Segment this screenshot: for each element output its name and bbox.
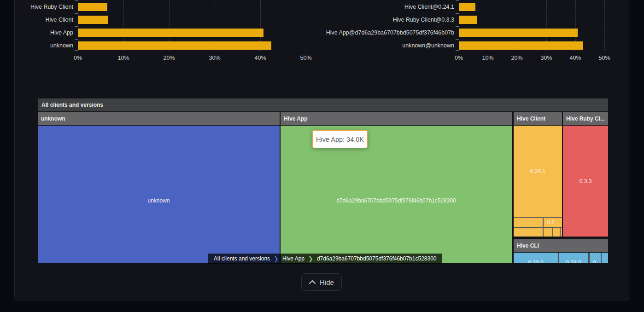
axis-tick [75, 13, 78, 14]
bar-unknown[interactable] [78, 41, 271, 50]
category-label: unknown [15, 42, 73, 49]
treemap-cell-hive-cli-0230a[interactable]: 0.23.0 [514, 253, 558, 263]
bar-unknown-unknown[interactable] [459, 41, 583, 50]
treemap-region-hive-cli: 0.23.0 0.23.0 0. [514, 253, 608, 263]
breadcrumb-hive-app[interactable]: Hive App [281, 255, 306, 262]
treemap-breadcrumb: All clients and versions ❯ Hive App ❯ d7… [208, 254, 442, 264]
bar-hive-app[interactable] [78, 29, 263, 37]
treemap-cell-hive-ruby-033[interactable]: 0.3.3 [563, 126, 608, 237]
x-tick-label: 30% [535, 55, 558, 61]
treemap-cell-hive-cli-sub[interactable] [602, 253, 608, 263]
treemap-cell-label: d7d6a29ba6707bbd5075df376f46b07b1c528300 [281, 197, 512, 204]
bar-hive-client[interactable] [78, 16, 108, 24]
treemap-cell-unknown[interactable]: unknown [38, 126, 280, 263]
category-label: unknown@unknown [303, 42, 454, 49]
chevron-up-icon [309, 280, 316, 284]
axis-tick [456, 0, 459, 1]
category-label: Hive App@d7d6a29ba6707bbd5075df376f46b07… [303, 29, 454, 36]
dashboard-panel: Hive Ruby Client Hive Client Hive App un… [14, 0, 629, 300]
axis-tick [75, 39, 78, 40]
hide-button[interactable]: Hide [301, 273, 342, 291]
treemap-cell-hive-client-sub[interactable] [561, 228, 562, 237]
category-label: Hive Ruby Client@0.3.3 [303, 16, 454, 23]
x-tick-label: 30% [203, 55, 226, 61]
treemap-cell-hive-client-sub[interactable] [514, 228, 543, 237]
treemap-cell-hive-cli-0[interactable]: 0. [590, 253, 601, 263]
bar-hive-ruby-033[interactable] [459, 16, 477, 24]
treemap-tooltip: Hive App: 34.0K [312, 130, 368, 148]
category-label: Hive Client [15, 16, 73, 23]
treemap-region-hive-client: 0.24.1 0.2... [514, 126, 562, 237]
breadcrumb-all-clients[interactable]: All clients and versions [212, 255, 272, 262]
treemap-cell-hive-client-sub[interactable] [553, 228, 560, 237]
x-tick-label: 50% [294, 55, 317, 61]
category-label: Hive App [15, 29, 73, 36]
x-tick-label: 40% [564, 55, 587, 61]
x-tick-label: 10% [476, 55, 499, 61]
category-label: Hive Ruby Client [15, 3, 73, 11]
chevron-right-icon: ❯ [306, 255, 315, 262]
treemap-cell-hive-client-02[interactable]: 0.2... [544, 218, 562, 227]
treemap-section-header-hive-cli[interactable]: Hive CLI [514, 239, 608, 252]
treemap-cell-hive-client-sub[interactable] [514, 218, 543, 227]
x-tick-label: 20% [158, 55, 181, 61]
x-tick-label: 50% [593, 55, 616, 61]
treemap-cell-hive-client-0241[interactable]: 0.24.1 [514, 126, 562, 217]
treemap-section-header-hive-client[interactable]: Hive Client [514, 112, 562, 125]
hide-button-label: Hide [320, 278, 334, 286]
bar-hive-app-hash[interactable] [459, 29, 578, 37]
treemap-cell-hive-client-sub[interactable] [544, 228, 552, 237]
treemap-section-header-unknown[interactable]: unknown [38, 112, 280, 125]
chevron-right-icon: ❯ [272, 255, 281, 262]
treemap-section-header-hive-ruby[interactable]: Hive Ruby Cl... [563, 112, 608, 125]
bar-hive-ruby-client[interactable] [78, 3, 107, 11]
axis-tick [456, 26, 459, 27]
gridline [604, 0, 605, 51]
x-tick-label: 20% [505, 55, 528, 61]
axis-tick [456, 13, 459, 14]
bar-hive-client-0241[interactable] [459, 3, 475, 11]
treemap-cell-label: unknown [38, 197, 280, 204]
treemap-cell-hive-cli-0230b[interactable]: 0.23.0 [559, 253, 588, 263]
breadcrumb-hash[interactable]: d7d6a29ba6707bbd5075df376f46b07b1c528300 [315, 255, 439, 262]
x-tick-label: 10% [112, 55, 135, 61]
category-label: Hive Client@0.24.1 [303, 3, 454, 11]
axis-tick [456, 50, 459, 51]
axis-tick [456, 39, 459, 40]
tooltip-text: Hive App: 34.0K [316, 136, 364, 143]
axis-tick [75, 0, 78, 1]
treemap-section-header-hive-app[interactable]: Hive App [281, 112, 512, 125]
x-tick-label: 40% [249, 55, 272, 61]
treemap-title: All clients and versions [38, 98, 608, 111]
x-tick-label: 0% [447, 55, 470, 61]
axis-tick [75, 26, 78, 27]
treemap-all-clients: All clients and versions unknown Hive Ap… [38, 98, 608, 263]
axis-tick [75, 50, 78, 51]
x-tick-label: 0% [66, 55, 89, 61]
